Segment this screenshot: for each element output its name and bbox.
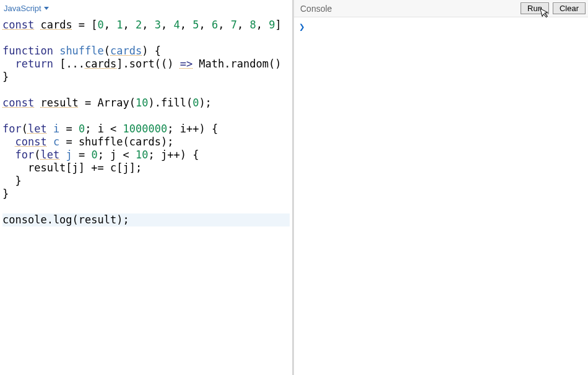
run-button[interactable]: Run: [521, 2, 549, 14]
console-prompt-icon: ❯: [299, 21, 305, 33]
language-label: JavaScript: [4, 4, 41, 13]
code-line: for(let j = 0; j < 10; j++) {: [2, 149, 290, 162]
code-editor[interactable]: const cards = [0, 1, 2, 3, 4, 5, 6, 7, 8…: [0, 16, 292, 375]
code-line: return [...cards].sort(() => Math.random…: [2, 58, 290, 71]
code-line: console.log(result);: [2, 213, 290, 226]
code-line: }: [2, 175, 290, 188]
editor-header: JavaScript: [0, 0, 292, 16]
code-line: [2, 32, 290, 45]
code-line: function shuffle(cards) {: [2, 45, 290, 58]
code-line: const result = Array(10).fill(0);: [2, 97, 290, 110]
code-line: [2, 200, 290, 213]
code-line: [2, 84, 290, 97]
code-line: const c = shuffle(cards);: [2, 136, 290, 149]
code-line: result[j] += c[j];: [2, 162, 290, 175]
code-line: }: [2, 71, 290, 84]
console-title: Console: [296, 4, 517, 14]
editor-pane: JavaScript const cards = [0, 1, 2, 3, 4,…: [0, 0, 294, 375]
console-pane: Console Run Clear ❯: [294, 0, 588, 375]
code-line: [2, 110, 290, 123]
console-header: Console Run Clear: [294, 0, 588, 17]
chevron-down-icon: [44, 7, 49, 10]
clear-button[interactable]: Clear: [553, 2, 586, 14]
code-line: const cards = [0, 1, 2, 3, 4, 5, 6, 7, 8…: [2, 19, 290, 32]
console-output[interactable]: ❯: [294, 17, 588, 375]
language-select[interactable]: JavaScript: [4, 4, 49, 13]
code-line: }: [2, 188, 290, 200]
code-line: for(let i = 0; i < 1000000; i++) {: [2, 123, 290, 136]
